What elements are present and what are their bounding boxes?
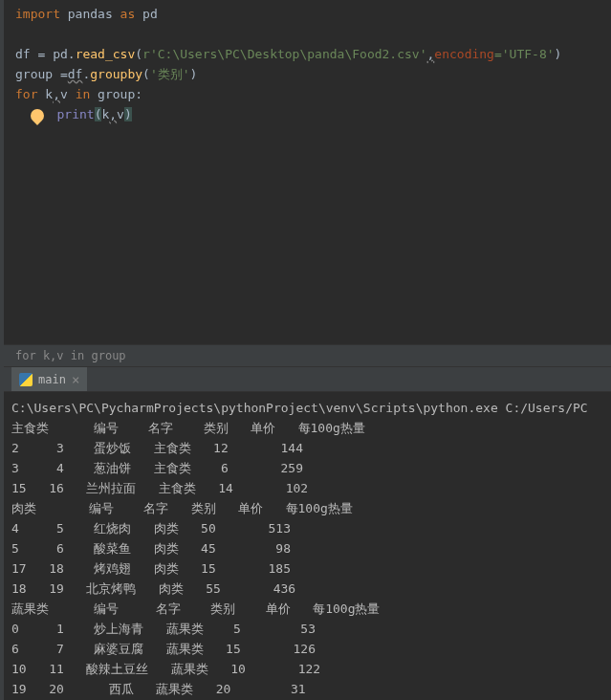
param-encoding: encoding xyxy=(434,47,494,61)
df-ref: df xyxy=(68,67,83,81)
module-pandas: pandas xyxy=(60,7,120,21)
paren: ( xyxy=(142,67,150,81)
console-row: 4 5 红烧肉 肉类 50 513 xyxy=(11,518,611,538)
string-utf8: ='UTF-8' xyxy=(494,47,555,61)
lightbulb-icon[interactable] xyxy=(28,106,47,125)
keyword-as: as xyxy=(120,7,136,21)
console-row: 3 4 葱油饼 主食类 6 259 xyxy=(11,458,611,478)
console-row: 6 7 麻婆豆腐 蔬果类 15 126 xyxy=(11,639,611,659)
operator: = xyxy=(37,47,53,61)
alias-pd: pd xyxy=(135,7,157,21)
code-line[interactable]: df = pd.read_csv(r'C:\Users\PC\Desktop\p… xyxy=(15,44,600,64)
console-row: 17 18 烤鸡翅 肉类 15 185 xyxy=(11,558,611,579)
tab-label: main xyxy=(38,373,66,386)
paren-close: ) xyxy=(124,107,132,121)
code-line[interactable] xyxy=(15,24,600,44)
var-k: k xyxy=(37,87,53,101)
func-groupby: groupby xyxy=(90,67,142,81)
python-icon xyxy=(19,373,33,386)
console-row: 15 16 兰州拉面 主食类 14 102 xyxy=(11,478,611,498)
paren: ( xyxy=(135,47,142,61)
var-df: df xyxy=(15,47,37,61)
console-row: 2 3 蛋炒饭 主食类 12 144 xyxy=(11,438,611,458)
code-line[interactable]: for k,v in group: xyxy=(15,84,600,104)
breadcrumb[interactable]: for k,v in group xyxy=(4,344,611,367)
string-path: r'C:\Users\PC\Desktop\panda\Food2.csv' xyxy=(142,47,426,61)
code-editor[interactable]: import pandas as pd df = pd.read_csv(r'C… xyxy=(4,0,611,344)
keyword-for: for xyxy=(15,87,37,101)
operator: = xyxy=(60,67,68,81)
var-group-ref: group: xyxy=(90,87,142,101)
breadcrumb-text: for k,v in group xyxy=(15,349,126,362)
paren: ) xyxy=(555,47,562,61)
func-readcsv: read_csv xyxy=(76,47,136,61)
var-group: group xyxy=(15,67,60,81)
tab-main[interactable]: main × xyxy=(11,367,87,391)
console-header: 肉类 编号 名字 类别 单价 每100g热量 xyxy=(11,498,611,518)
builtin-print: print xyxy=(56,107,94,121)
console-row: 5 6 酸菜鱼 肉类 45 98 xyxy=(11,538,611,558)
keyword-in: in xyxy=(76,87,91,101)
string-category: '类别' xyxy=(150,67,190,81)
var-v: v xyxy=(60,87,76,101)
code-line[interactable]: print(k,v) xyxy=(15,104,600,124)
comma: , xyxy=(109,107,117,121)
console-output[interactable]: C:\Users\PC\PycharmProjects\pythonProjec… xyxy=(4,392,611,700)
paren: ) xyxy=(190,67,198,81)
keyword-import: import xyxy=(15,7,60,21)
close-icon[interactable]: × xyxy=(72,372,79,387)
console-row: 19 20 西瓜 蔬果类 20 31 xyxy=(11,679,611,699)
pd-ref: pd. xyxy=(53,47,75,61)
console-row: 18 19 北京烤鸭 肉类 55 436 xyxy=(11,579,611,599)
console-row: 10 11 酸辣土豆丝 蔬果类 10 122 xyxy=(11,659,611,679)
run-tab-bar: main × xyxy=(4,367,611,392)
console-header: 主食类 编号 名字 类别 单价 每100g热量 xyxy=(11,418,611,438)
console-header: 蔬果类 编号 名字 类别 单价 每100g热量 xyxy=(11,599,611,619)
arg-v: v xyxy=(117,107,124,121)
comma: , xyxy=(53,87,60,101)
code-line[interactable]: import pandas as pd xyxy=(15,4,600,24)
console-path: C:\Users\PC\PycharmProjects\pythonProjec… xyxy=(11,398,611,418)
code-line[interactable]: group =df.groupby('类别') xyxy=(15,64,600,84)
console-row: 0 1 炒上海青 蔬果类 5 53 xyxy=(11,619,611,639)
